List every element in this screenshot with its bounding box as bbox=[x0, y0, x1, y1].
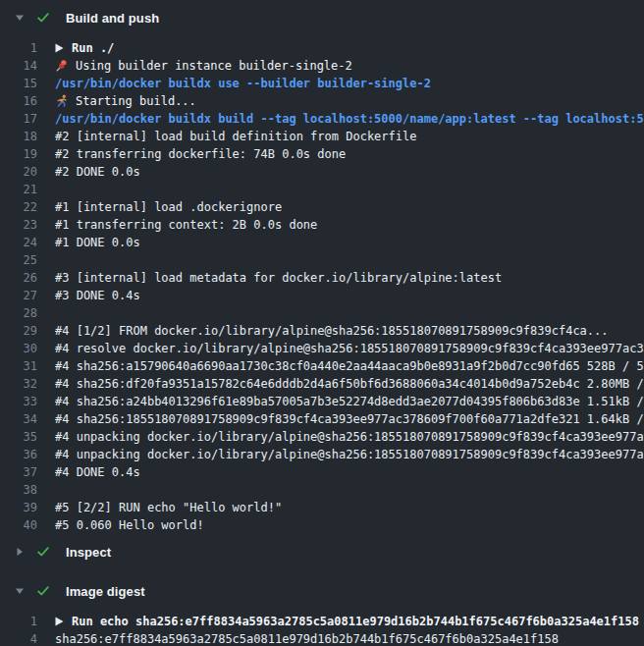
log-line: 25 bbox=[0, 251, 644, 269]
runner-icon bbox=[55, 94, 69, 108]
chevron-down-icon[interactable] bbox=[14, 585, 26, 597]
line-number[interactable]: 29 bbox=[0, 322, 37, 340]
line-content: #5 [2/2] RUN echo "Hello world!" bbox=[55, 499, 644, 516]
line-number[interactable]: 30 bbox=[0, 340, 37, 357]
line-number[interactable]: 33 bbox=[0, 393, 37, 410]
log-line: 38 bbox=[0, 481, 644, 499]
line-number[interactable]: 27 bbox=[0, 287, 37, 304]
log-line: 1 Run echo sha256:e7ff8834a5963a2785c5a0… bbox=[0, 613, 644, 630]
line-text: #4 DONE 0.4s bbox=[55, 463, 140, 481]
line-content: #2 DONE 0.0s bbox=[55, 163, 644, 181]
chevron-down-icon[interactable] bbox=[14, 12, 26, 24]
line-number[interactable]: 39 bbox=[0, 499, 37, 516]
line-number[interactable]: 28 bbox=[0, 304, 37, 322]
line-number[interactable]: 26 bbox=[0, 269, 37, 287]
log-line: 4 sha256:e7ff8834a5963a2785c5a0811e979d1… bbox=[0, 630, 644, 646]
line-number[interactable]: 31 bbox=[0, 357, 37, 375]
line-number[interactable]: 24 bbox=[0, 234, 37, 251]
line-content: sha256:e7ff8834a5963a2785c5a0811e979d16b… bbox=[55, 630, 644, 646]
line-content: #4 sha256:185518070891758909c9f839cf4ca3… bbox=[55, 410, 644, 428]
line-number[interactable]: 25 bbox=[0, 251, 37, 269]
line-number[interactable]: 16 bbox=[0, 92, 37, 110]
line-content: #4 sha256:a15790640a6690aa1730c38cf0a440… bbox=[55, 357, 644, 375]
line-number[interactable]: 15 bbox=[0, 75, 37, 92]
log-line: 19 #2 transferring dockerfile: 74B 0.0s … bbox=[0, 145, 644, 163]
log-line: 32 #4 sha256:df20fa9351a15782c64e6dddb2d… bbox=[0, 375, 644, 393]
line-number[interactable]: 34 bbox=[0, 410, 37, 428]
line-number[interactable]: 32 bbox=[0, 375, 37, 393]
line-text: Starting build... bbox=[76, 92, 196, 110]
line-text: Using builder instance builder-single-2 bbox=[76, 57, 352, 75]
section-lines: 1 Run echo sha256:e7ff8834a5963a2785c5a0… bbox=[0, 609, 644, 646]
line-text: #4 resolve docker.io/library/alpine@sha2… bbox=[55, 340, 644, 357]
log-line: 40 #5 0.060 Hello world! bbox=[0, 516, 644, 534]
line-content: #4 unpacking docker.io/library/alpine@sh… bbox=[55, 446, 644, 463]
log-line: 21 bbox=[0, 181, 644, 198]
line-number[interactable]: 20 bbox=[0, 163, 37, 181]
play-icon[interactable] bbox=[55, 43, 64, 53]
line-content bbox=[55, 304, 644, 322]
chevron-right-icon[interactable] bbox=[14, 546, 26, 558]
line-number[interactable]: 40 bbox=[0, 516, 37, 534]
line-number[interactable]: 4 bbox=[0, 630, 37, 646]
line-content: Run ./ bbox=[55, 39, 644, 57]
line-number[interactable]: 1 bbox=[0, 613, 37, 630]
line-content bbox=[55, 181, 644, 198]
log-line: 15 /usr/bin/docker buildx use --builder … bbox=[0, 75, 644, 92]
line-content: /usr/bin/docker buildx build --tag local… bbox=[55, 110, 644, 128]
line-content: #3 DONE 0.4s bbox=[55, 287, 644, 304]
line-number[interactable]: 35 bbox=[0, 428, 37, 446]
line-content bbox=[55, 481, 644, 499]
line-number[interactable]: 14 bbox=[0, 57, 37, 75]
log-line: 23 #1 transferring context: 2B 0.0s done bbox=[0, 216, 644, 234]
log-line: 29 #4 [1/2] FROM docker.io/library/alpin… bbox=[0, 322, 644, 340]
line-content: #4 unpacking docker.io/library/alpine@sh… bbox=[55, 428, 644, 446]
line-number[interactable]: 1 bbox=[0, 39, 37, 57]
line-content: #1 transferring context: 2B 0.0s done bbox=[55, 216, 644, 234]
line-text: /usr/bin/docker buildx use --builder bui… bbox=[55, 75, 431, 92]
play-icon[interactable] bbox=[55, 617, 64, 626]
line-text: /usr/bin/docker buildx build --tag local… bbox=[55, 110, 644, 128]
section-header-build-and-push[interactable]: Build and push bbox=[0, 0, 644, 35]
log-line: 14 Using builder instance builder-single… bbox=[0, 57, 644, 75]
line-text: #1 [internal] load .dockerignore bbox=[55, 198, 282, 216]
log-line: 30 #4 resolve docker.io/library/alpine@s… bbox=[0, 340, 644, 357]
log-line: 39 #5 [2/2] RUN echo "Hello world!" bbox=[0, 499, 644, 516]
line-text: #4 sha256:a15790640a6690aa1730c38cf0a440… bbox=[55, 357, 644, 375]
line-text: #1 transferring context: 2B 0.0s done bbox=[55, 216, 317, 234]
check-icon bbox=[35, 583, 51, 599]
line-content: Using builder instance builder-single-2 bbox=[55, 57, 644, 75]
line-number[interactable]: 37 bbox=[0, 463, 37, 481]
line-number[interactable]: 18 bbox=[0, 128, 37, 145]
check-icon bbox=[35, 10, 51, 26]
section-title: Inspect bbox=[66, 545, 111, 560]
log-line: 18 #2 [internal] load build definition f… bbox=[0, 128, 644, 145]
line-content: #1 DONE 0.0s bbox=[55, 234, 644, 251]
line-number[interactable]: 23 bbox=[0, 216, 37, 234]
line-text: #2 DONE 0.0s bbox=[55, 163, 140, 181]
line-text: #2 [internal] load build definition from… bbox=[55, 128, 416, 145]
log-line: 35 #4 unpacking docker.io/library/alpine… bbox=[0, 428, 644, 446]
log-line: 34 #4 sha256:185518070891758909c9f839cf4… bbox=[0, 410, 644, 428]
log-section: Build and push 1 Run ./ 14 Using builder… bbox=[0, 0, 644, 534]
line-text: sha256:e7ff8834a5963a2785c5a0811e979d16b… bbox=[55, 630, 559, 646]
line-number[interactable]: 22 bbox=[0, 198, 37, 216]
line-number[interactable]: 36 bbox=[0, 446, 37, 463]
log-line: 16 Starting build... bbox=[0, 92, 644, 110]
section-lines: 1 Run ./ 14 Using builder instance build… bbox=[0, 35, 644, 534]
log-line: 36 #4 unpacking docker.io/library/alpine… bbox=[0, 446, 644, 463]
line-content: #4 [1/2] FROM docker.io/library/alpine@s… bbox=[55, 322, 644, 340]
line-content: #2 [internal] load build definition from… bbox=[55, 128, 644, 145]
section-header-image-digest[interactable]: Image digest bbox=[0, 573, 644, 609]
line-number[interactable]: 21 bbox=[0, 181, 37, 198]
line-number[interactable]: 19 bbox=[0, 145, 37, 163]
line-number[interactable]: 38 bbox=[0, 481, 37, 499]
line-content: #3 [internal] load metadata for docker.i… bbox=[55, 269, 644, 287]
line-text: #4 unpacking docker.io/library/alpine@sh… bbox=[55, 428, 644, 446]
line-content bbox=[55, 251, 644, 269]
line-number[interactable]: 17 bbox=[0, 110, 37, 128]
line-content: #4 sha256:df20fa9351a15782c64e6dddb2d4a6… bbox=[55, 375, 644, 393]
check-icon bbox=[35, 544, 51, 560]
log-line: 24 #1 DONE 0.0s bbox=[0, 234, 644, 251]
section-header-inspect[interactable]: Inspect bbox=[0, 534, 644, 569]
